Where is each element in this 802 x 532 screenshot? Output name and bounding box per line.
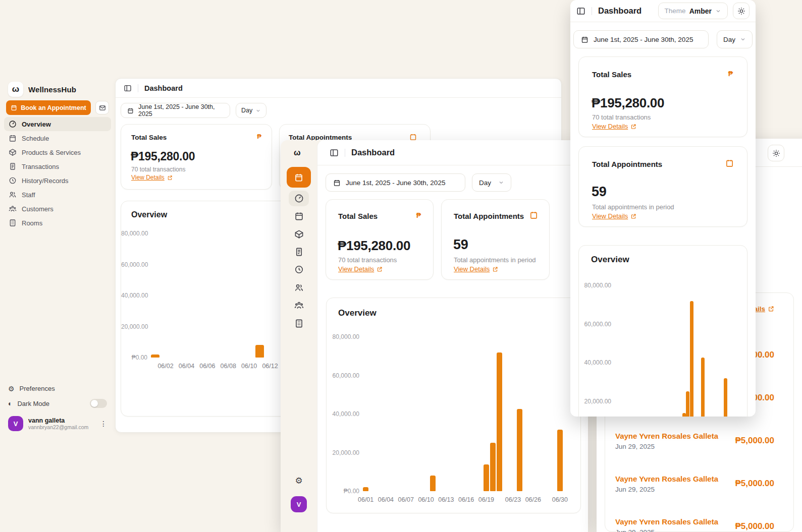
app-name: WellnessHub [28, 85, 76, 94]
sidebar-item-products-services[interactable]: Products & Services [4, 145, 111, 159]
preferences-button[interactable]: ⚙ Preferences [8, 385, 107, 392]
external-link-icon [492, 266, 498, 272]
calendar-check-icon [725, 159, 734, 167]
granularity-select[interactable]: Day [236, 103, 266, 118]
total-appointments-value: 59 [453, 237, 468, 253]
sales-bar-chart: 80,000.0060,000.0040,000.0020,000.00₱0.0… [579, 246, 747, 417]
transaction-row[interactable]: Vayne Yvren Rosales GalletaJun 29, 2025 … [615, 505, 774, 532]
calendar-icon [581, 36, 589, 43]
sidebar-item-schedule[interactable]: Schedule [4, 131, 111, 145]
card-title: Total Sales [592, 70, 631, 79]
sidebar-toggle-icon[interactable] [124, 84, 132, 92]
granularity-select[interactable]: Day [717, 30, 753, 48]
sidebar-item-transactions[interactable]: Transactions [4, 159, 111, 173]
dark-mode-toggle[interactable] [90, 399, 107, 408]
window-middle-dashboard: ω ⚙ V Dashboard [281, 140, 588, 532]
view-details-link[interactable]: View Details [338, 265, 383, 273]
user-avatar[interactable]: V [291, 496, 307, 512]
card-subtitle: Total appointments in period [592, 203, 674, 211]
view-details-label: View Details [454, 265, 490, 273]
users-icon [9, 191, 17, 199]
transaction-customer[interactable]: Vayne Yvren Rosales Galleta [615, 475, 718, 483]
card-subtitle: 70 total transactions [338, 256, 397, 264]
view-details-link[interactable]: View Details [592, 123, 636, 130]
package-icon [9, 148, 17, 156]
building-icon[interactable] [294, 318, 304, 328]
window-header: Dashboard Theme Amber [570, 0, 756, 22]
external-link-icon [377, 266, 383, 272]
kebab-menu-icon[interactable]: ⋮ [100, 420, 107, 428]
transaction-row[interactable]: Vayne Yvren Rosales GalletaJun 29, 2025 … [615, 419, 774, 462]
view-details-link[interactable]: View Details [592, 212, 636, 220]
sidebar-item-label: Transactions [22, 163, 59, 170]
sidebar: ω WellnessHub Book an Appointment Overvi… [0, 76, 115, 532]
transaction-date: Jun 29, 2025 [615, 443, 718, 450]
transaction-date: Jun 29, 2025 [615, 486, 718, 493]
overview-chart-card: Overview 80,000.0060,000.0040,000.0020,0… [326, 298, 581, 513]
view-details-label: View Details [131, 174, 165, 181]
calendar-icon [127, 107, 134, 114]
transaction-customer[interactable]: Vayne Yvren Rosales Galleta [615, 517, 718, 526]
card-subtitle: 70 total transactions [592, 113, 651, 121]
total-sales-card: Total Sales ₱ ₱195,280.00 70 total trans… [578, 56, 747, 137]
sidebar-item-label: Schedule [22, 135, 49, 142]
chart-bar [497, 352, 502, 491]
transaction-amount: ₱5,000.00 [735, 479, 774, 489]
card-title: Total Appointments [592, 160, 662, 168]
window-content: Dashboard June 1st, 2025 - June 30th, 20… [317, 140, 588, 532]
user-group-icon[interactable] [294, 300, 304, 310]
chart-bar [151, 354, 159, 358]
sidebar-toggle-icon[interactable] [330, 148, 339, 157]
window-right-dashboard: Dashboard Theme Amber June 1st, 2025 - J… [570, 0, 756, 417]
calendar-icon [294, 173, 303, 182]
calendar-icon[interactable] [294, 211, 304, 221]
sidebar-item-overview[interactable]: Overview [4, 117, 111, 131]
view-details-link[interactable]: View Details [131, 174, 173, 181]
package-icon[interactable] [294, 229, 304, 239]
window-header: Dashboard [116, 79, 561, 98]
total-sales-value: ₱195,280.00 [131, 150, 195, 163]
date-range-picker[interactable]: June 1st, 2025 - June 30th, 2025 [573, 30, 709, 48]
sidebar-item-staff[interactable]: Staff [4, 188, 111, 202]
transaction-date: Jun 29, 2025 [615, 528, 718, 532]
users-icon[interactable] [294, 282, 304, 292]
toggle-knob [91, 400, 98, 407]
receipt-icon [9, 162, 17, 170]
user-profile[interactable]: V vann galleta vannbryan22@gmail.com ⋮ [8, 416, 107, 431]
book-appointment-button[interactable] [287, 167, 311, 188]
view-details-link[interactable]: View Details [454, 265, 498, 273]
total-sales-card: Total Sales ₱ ₱195,280.00 70 total trans… [326, 199, 434, 280]
window-header: Dashboard [317, 140, 588, 165]
sidebar-item-customers[interactable]: Customers [4, 202, 111, 216]
overview-chart-card: Overview 80,000.0060,000.0040,000.0020,0… [578, 245, 747, 417]
theme-select[interactable]: Theme Amber [658, 3, 728, 19]
receipt-icon[interactable] [294, 247, 304, 257]
book-appointment-button[interactable]: Book an Appointment [6, 100, 91, 115]
date-range-picker[interactable]: June 1st, 2025 - June 30th, 2025 [326, 173, 465, 192]
preferences-label: Preferences [20, 385, 55, 392]
card-subtitle: 70 total transactions [131, 166, 185, 173]
dark-mode-row: ◐ Dark Mode [8, 399, 107, 408]
collapsed-sidebar-rail: ω ⚙ V [281, 140, 317, 532]
sidebar-item-rooms[interactable]: Rooms [4, 216, 111, 230]
sales-bar-chart: 80,000.0060,000.0040,000.0020,000.00₱0.0… [327, 298, 580, 513]
granularity-select[interactable]: Day [472, 173, 511, 192]
gear-icon[interactable]: ⚙ [294, 476, 304, 486]
page-title: Dashboard [144, 84, 183, 92]
divider [138, 84, 138, 92]
gear-icon: ⚙ [8, 385, 15, 392]
sidebar-item-label: Products & Services [22, 149, 81, 156]
history-clock-icon[interactable] [294, 264, 304, 274]
gauge-icon [9, 120, 17, 128]
date-range-picker[interactable]: June 1st, 2025 - June 30th, 2025 [121, 103, 230, 118]
sidebar-item-history-records[interactable]: History/Records [4, 173, 111, 188]
transaction-row[interactable]: Vayne Yvren Rosales GalletaJun 29, 2025 … [615, 462, 774, 505]
date-range-value: June 1st, 2025 - June 30th, 2025 [346, 179, 445, 187]
gauge-icon[interactable] [294, 193, 304, 203]
user-group-icon [9, 205, 17, 213]
transaction-customer[interactable]: Vayne Yvren Rosales Galleta [615, 432, 718, 440]
messages-button[interactable] [95, 101, 109, 114]
light-mode-button[interactable] [768, 145, 784, 161]
sidebar-toggle-icon[interactable] [576, 7, 585, 16]
light-mode-button[interactable] [733, 3, 750, 19]
